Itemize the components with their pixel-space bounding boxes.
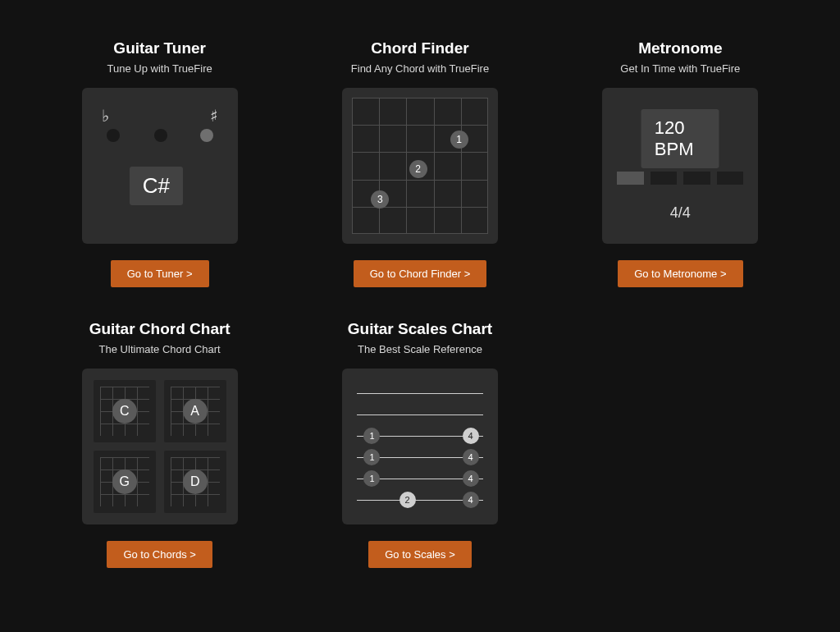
time-signature: 4/4 xyxy=(602,204,758,222)
go-to-scales-button[interactable]: Go to Scales > xyxy=(368,541,472,568)
beat-indicators xyxy=(617,172,743,185)
tool-subtitle: Find Any Chord with TrueFire xyxy=(351,62,489,75)
tool-scales-chart: Guitar Scales Chart The Best Scale Refer… xyxy=(309,320,530,568)
sharp-icon: ♯ xyxy=(210,106,218,126)
beat-tick xyxy=(617,172,644,185)
go-to-tuner-button[interactable]: Go to Tuner > xyxy=(111,260,209,287)
mini-chord: C xyxy=(94,380,156,442)
go-to-chord-finder-button[interactable]: Go to Chord Finder > xyxy=(354,260,486,287)
scale-marker: 4 xyxy=(463,428,479,444)
tuner-dot-active xyxy=(200,129,213,142)
tuner-dot xyxy=(154,129,167,142)
fretboard-grid: 1 2 3 xyxy=(352,98,488,234)
scale-marker: 4 xyxy=(463,492,479,508)
flat-icon: ♭ xyxy=(102,106,109,126)
go-to-chords-button[interactable]: Go to Chords > xyxy=(107,541,212,568)
mini-chord: A xyxy=(164,380,226,442)
tuner-note: C# xyxy=(130,167,183,205)
tool-metronome: Metronome Get In Time with TrueFire 120 … xyxy=(570,39,791,287)
tool-title: Guitar Scales Chart xyxy=(348,320,492,338)
scale-marker: 2 xyxy=(399,492,416,508)
beat-tick xyxy=(717,172,744,185)
mini-chord: D xyxy=(164,451,226,513)
chord-finder-preview: 1 2 3 xyxy=(342,88,498,244)
tool-tuner: Guitar Tuner Tune Up with TrueFire ♭ ♯ C… xyxy=(49,39,270,287)
tool-title: Guitar Tuner xyxy=(113,39,206,57)
bpm-display: 120 BPM xyxy=(641,109,719,168)
metronome-preview: 120 BPM 4/4 xyxy=(602,88,758,244)
fret-marker: 1 xyxy=(450,131,468,149)
fret-marker: 3 xyxy=(371,190,389,208)
tool-subtitle: Tune Up with TrueFire xyxy=(107,62,212,75)
tool-subtitle: Get In Time with TrueFire xyxy=(620,62,740,75)
scale-marker: 4 xyxy=(463,470,479,487)
tool-chord-chart: Guitar Chord Chart The Ultimate Chord Ch… xyxy=(49,320,270,568)
fret-marker: 2 xyxy=(409,160,427,178)
tool-title: Metronome xyxy=(638,39,722,57)
mini-chord: G xyxy=(94,451,156,513)
beat-tick xyxy=(651,172,678,185)
tuner-preview: ♭ ♯ C# xyxy=(82,88,238,244)
tool-chord-finder: Chord Finder Find Any Chord with TrueFir… xyxy=(309,39,530,287)
scales-chart-preview: 11124444 xyxy=(342,369,498,524)
tool-subtitle: The Best Scale Reference xyxy=(358,343,482,355)
scale-marker: 1 xyxy=(363,449,380,465)
go-to-metronome-button[interactable]: Go to Metronome > xyxy=(618,260,742,287)
scale-board: 11124444 xyxy=(357,393,483,500)
chord-chart-preview: C A G D xyxy=(82,369,238,524)
scale-marker: 1 xyxy=(363,470,380,487)
scale-marker: 4 xyxy=(463,449,479,465)
beat-tick xyxy=(683,172,710,185)
tool-title: Chord Finder xyxy=(371,39,468,57)
tool-subtitle: The Ultimate Chord Chart xyxy=(99,343,221,355)
tuner-dot xyxy=(107,129,120,142)
scale-marker: 1 xyxy=(363,428,380,444)
tool-title: Guitar Chord Chart xyxy=(89,320,231,338)
